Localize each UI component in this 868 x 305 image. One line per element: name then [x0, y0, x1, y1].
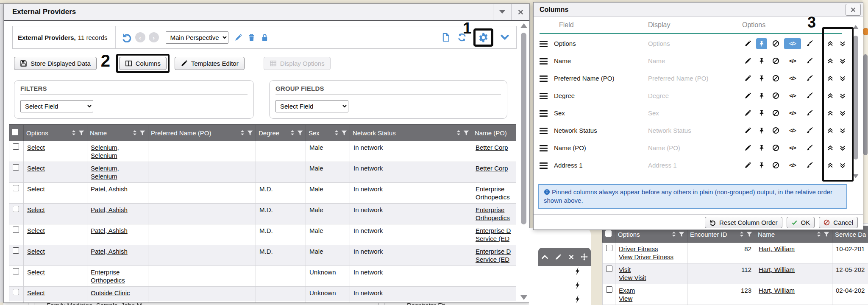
provider-name-link[interactable]: Outside Clinic — [91, 289, 130, 297]
sort-icon[interactable] — [334, 130, 339, 136]
paintbrush-icon[interactable] — [804, 108, 815, 119]
move-down-icon[interactable] — [837, 38, 848, 49]
drag-handle-icon[interactable] — [540, 109, 548, 117]
new-document-icon[interactable] — [441, 33, 451, 42]
move-down-icon[interactable] — [837, 108, 848, 119]
row-checkbox[interactable] — [13, 143, 19, 150]
filter-icon[interactable] — [746, 232, 752, 237]
drag-handle-icon[interactable] — [540, 40, 548, 48]
perspective-select[interactable]: Main Perspective — [166, 31, 228, 44]
encounter-type-link[interactable]: Exam — [619, 287, 635, 294]
edit-icon[interactable] — [742, 90, 753, 101]
row-checkbox[interactable] — [13, 247, 19, 254]
move-down-icon[interactable] — [837, 160, 848, 171]
list-scroll-up-arrow[interactable] — [853, 25, 859, 29]
edit-icon[interactable] — [742, 38, 753, 49]
store-displayed-data-button[interactable]: Store Displayed Data — [14, 57, 97, 70]
drag-handle-icon[interactable] — [540, 92, 548, 100]
name-po-link[interactable]: Enterprise Orthopedics — [476, 185, 510, 201]
code-icon[interactable]: </> — [784, 160, 801, 171]
name-po-link[interactable]: Better Corp — [476, 144, 508, 151]
code-icon[interactable]: </> — [784, 56, 801, 67]
hide-icon[interactable] — [770, 90, 781, 101]
collapse-panel-icon[interactable] — [500, 33, 509, 42]
forward-button[interactable]: › — [149, 32, 159, 42]
close-icon[interactable] — [567, 252, 576, 263]
hide-icon[interactable] — [770, 143, 781, 154]
row-checkbox[interactable] — [13, 206, 19, 212]
back-button[interactable]: ‹ — [135, 32, 145, 42]
pencil-icon[interactable] — [554, 252, 562, 263]
sort-icon[interactable] — [740, 231, 744, 237]
sort-icon[interactable] — [290, 130, 295, 136]
row-checkbox[interactable] — [13, 227, 19, 233]
move-up-icon[interactable] — [825, 125, 835, 136]
filter-icon[interactable] — [139, 130, 145, 136]
move-up-icon[interactable] — [825, 73, 835, 84]
pin-icon[interactable] — [756, 73, 767, 84]
paintbrush-icon[interactable] — [804, 38, 815, 49]
sort-icon[interactable] — [672, 231, 676, 237]
move-down-icon[interactable] — [837, 125, 848, 136]
select-link[interactable]: Select — [27, 144, 45, 151]
scroll-up-arrow[interactable] — [520, 23, 527, 28]
gear-icon[interactable] — [478, 32, 489, 43]
columns-button[interactable]: Columns — [119, 57, 167, 70]
reset-column-order-button[interactable]: Reset Column Order — [705, 217, 782, 228]
select-all-checkbox[interactable] — [12, 129, 18, 135]
move-up-icon[interactable] — [825, 143, 835, 154]
sort-icon[interactable] — [240, 130, 245, 136]
edit-icon[interactable] — [742, 108, 753, 119]
provider-name-link[interactable]: Patel, Ashish — [91, 248, 128, 255]
code-icon[interactable]: </> — [784, 143, 801, 154]
filter-icon[interactable] — [78, 130, 84, 136]
hide-icon[interactable] — [770, 56, 781, 67]
move-down-icon[interactable] — [837, 90, 848, 101]
row-checkbox[interactable] — [13, 185, 19, 191]
pin-icon[interactable] — [756, 160, 767, 171]
sort-icon[interactable] — [817, 231, 821, 237]
paintbrush-icon[interactable] — [804, 90, 815, 101]
row-checkbox[interactable] — [606, 286, 612, 293]
ok-button[interactable]: OK — [787, 217, 815, 228]
name-po-link[interactable]: Enterprise Orthopedics — [476, 206, 510, 221]
encounter-view-link[interactable]: View Driver Fitness — [619, 253, 673, 260]
window-close-button[interactable] — [511, 4, 529, 20]
encounter-type-link[interactable]: Driver Fitness — [619, 245, 658, 252]
move-up-icon[interactable] — [825, 38, 835, 49]
move-down-icon[interactable] — [837, 56, 848, 67]
row-checkbox[interactable] — [13, 164, 19, 171]
move-up-icon[interactable] — [825, 160, 835, 171]
code-icon[interactable]: </> — [784, 38, 801, 49]
sort-icon[interactable] — [72, 130, 76, 136]
delete-perspective-icon[interactable] — [248, 34, 256, 42]
filters-select-field[interactable]: Select Field — [20, 100, 93, 112]
patient-name-link[interactable]: Hart, William — [759, 287, 795, 294]
pin-icon[interactable] — [756, 38, 767, 49]
select-link[interactable]: Select — [27, 227, 45, 234]
name-po-link[interactable]: Enterprise D Service (ED — [476, 227, 511, 242]
undo-icon[interactable] — [122, 32, 132, 42]
paintbrush-icon[interactable] — [804, 143, 815, 154]
drag-handle-icon[interactable] — [540, 144, 548, 152]
select-link[interactable]: Select — [27, 269, 45, 276]
select-link[interactable]: Select — [27, 289, 45, 297]
encounter-view-link[interactable]: View — [619, 295, 632, 302]
list-scrollbar-thumb[interactable] — [853, 36, 858, 159]
move-up-icon[interactable] — [825, 108, 835, 119]
paintbrush-icon[interactable] — [804, 160, 815, 171]
hide-icon[interactable] — [770, 73, 781, 84]
paintbrush-icon[interactable] — [804, 73, 815, 84]
sort-icon[interactable] — [133, 130, 137, 136]
window-scrollbar[interactable] — [520, 23, 528, 300]
cancel-button[interactable]: Cancel — [819, 217, 858, 228]
select-link[interactable]: Select — [27, 165, 45, 172]
paintbrush-icon[interactable] — [804, 56, 815, 67]
provider-name-link[interactable]: Patel, Ashish — [91, 206, 128, 213]
encounter-type-link[interactable]: Visit — [619, 266, 631, 273]
patient-name-link[interactable]: Hart, William — [759, 266, 795, 273]
encounter-view-link[interactable]: View Visit — [619, 274, 646, 281]
edit-perspective-icon[interactable] — [234, 34, 242, 42]
scroll-down-arrow[interactable] — [520, 295, 527, 300]
select-link[interactable]: Select — [27, 185, 45, 193]
